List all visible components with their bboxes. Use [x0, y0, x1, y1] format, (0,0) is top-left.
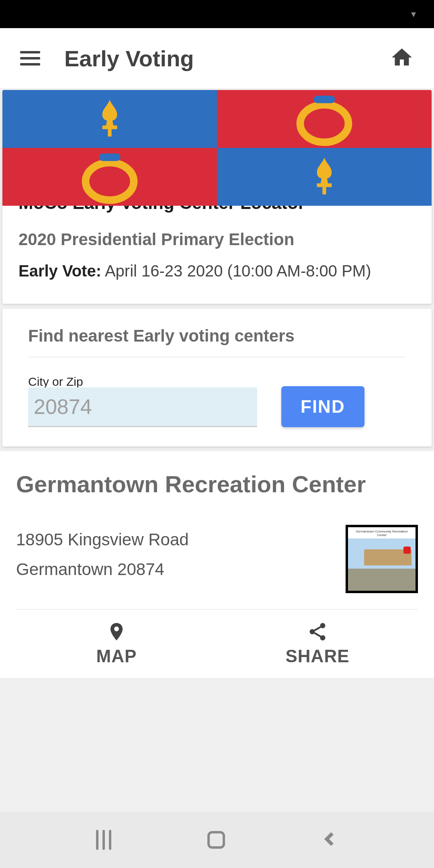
ring-icon — [292, 90, 356, 148]
status-caret-icon: ▾ — [411, 8, 416, 20]
svg-point-2 — [86, 163, 134, 200]
svg-rect-1 — [313, 96, 335, 103]
nav-home-button[interactable] — [207, 831, 225, 849]
app-bar: Early Voting — [0, 28, 434, 88]
nav-recents-button[interactable] — [96, 830, 111, 850]
result-card: Germantown Recreation Center 18905 Kings… — [0, 451, 434, 678]
result-address: 18905 Kingsview Road Germantown 20874 — [16, 525, 189, 584]
search-heading: Find nearest Early voting centers — [28, 326, 406, 346]
thumb-label: Germantown Community Recreation Center — [352, 530, 411, 537]
result-name: Germantown Recreation Center — [16, 469, 418, 499]
ring-icon — [78, 148, 142, 206]
find-button[interactable]: FIND — [281, 386, 364, 427]
menu-icon[interactable] — [20, 51, 40, 66]
search-row: FIND — [28, 386, 406, 427]
address-line-2: Germantown 20874 — [16, 555, 189, 584]
early-vote-value: April 16-23 2020 (10:00 AM-8:00 PM) — [101, 262, 371, 280]
home-icon[interactable] — [390, 45, 414, 71]
early-vote-label: Early Vote: — [18, 262, 101, 280]
system-nav-bar — [0, 812, 434, 868]
address-line-1: 18905 Kingsview Road — [16, 525, 189, 555]
status-bar: ▾ — [0, 0, 434, 28]
divider — [28, 357, 406, 357]
content-area: MoCo Early Voting Center Locator 2020 Pr… — [0, 90, 434, 678]
result-body: 18905 Kingsview Road Germantown 20874 Ge… — [16, 525, 418, 593]
nav-back-button[interactable] — [321, 831, 338, 849]
early-vote-dates: Early Vote: April 16-23 2020 (10:00 AM-8… — [18, 258, 416, 284]
city-zip-input[interactable] — [28, 387, 257, 427]
svg-point-5 — [310, 629, 315, 635]
map-label: MAP — [96, 646, 137, 666]
svg-point-0 — [300, 105, 348, 142]
locator-card: MoCo Early Voting Center Locator 2020 Pr… — [2, 90, 432, 304]
svg-rect-3 — [99, 154, 120, 161]
share-icon — [307, 621, 328, 642]
map-button[interactable]: MAP — [16, 610, 217, 678]
search-card: Find nearest Early voting centers City o… — [2, 309, 432, 446]
share-label: SHARE — [285, 646, 349, 666]
flag-banner — [2, 90, 432, 178]
share-button[interactable]: SHARE — [217, 610, 418, 678]
pin-icon — [106, 621, 127, 642]
page-title: Early Voting — [64, 45, 366, 72]
result-thumbnail[interactable]: Germantown Community Recreation Center — [346, 525, 418, 593]
fleur-de-lis-icon — [302, 154, 346, 200]
election-name: 2020 Presidential Primary Election — [18, 230, 416, 249]
action-row: MAP SHARE — [16, 610, 418, 678]
fleur-de-lis-icon — [88, 96, 132, 142]
